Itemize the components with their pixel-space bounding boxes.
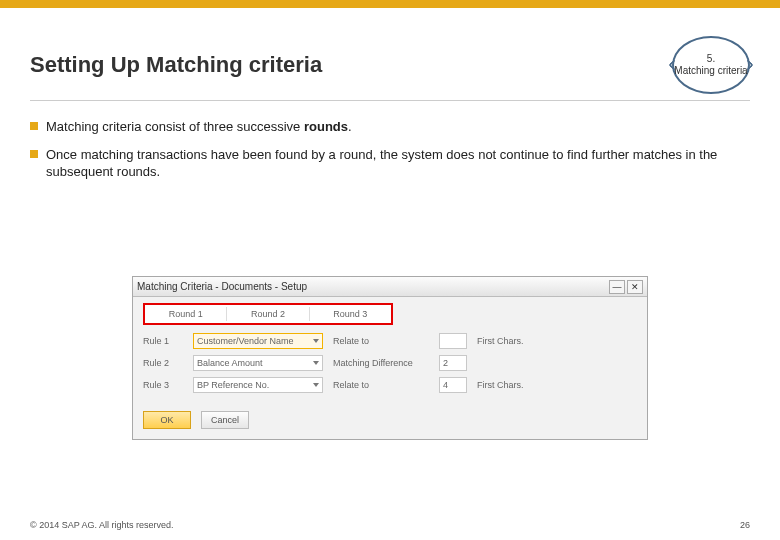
rule-label: Rule 2 xyxy=(143,358,183,368)
select-value: Customer/Vendor Name xyxy=(197,336,294,346)
tab-round-1[interactable]: Round 1 xyxy=(145,307,227,321)
close-button[interactable]: ✕ xyxy=(627,280,643,294)
page-number: 26 xyxy=(740,520,750,530)
rule3-select[interactable]: BP Reference No. xyxy=(193,377,323,393)
chevron-down-icon xyxy=(313,383,319,387)
select-value: Balance Amount xyxy=(197,358,263,368)
rule-mid-label: Matching Difference xyxy=(333,358,429,368)
header-divider xyxy=(30,100,750,101)
rule2-input[interactable]: 2 xyxy=(439,355,467,371)
tab-round-3[interactable]: Round 3 xyxy=(310,307,391,321)
brand-accent-bar xyxy=(0,0,780,8)
rule-mid-label: Relate to xyxy=(333,336,429,346)
bullet-text: Matching criteria consist of three succe… xyxy=(46,118,352,136)
matching-criteria-dialog: Matching Criteria - Documents - Setup — … xyxy=(132,276,648,440)
rule-trail: First Chars. xyxy=(477,380,524,390)
tab-round-2[interactable]: Round 2 xyxy=(227,307,309,321)
list-item: Once matching transactions have been fou… xyxy=(30,146,750,181)
rule-label: Rule 3 xyxy=(143,380,183,390)
rule-trail: First Chars. xyxy=(477,336,524,346)
copyright-text: © 2014 SAP AG. All rights reserved. xyxy=(30,520,174,530)
dialog-titlebar: Matching Criteria - Documents - Setup — … xyxy=(133,277,647,297)
dialog-buttons: OK Cancel xyxy=(143,411,637,429)
rule-row-2: Rule 2 Balance Amount Matching Differenc… xyxy=(143,355,637,371)
rule-label: Rule 1 xyxy=(143,336,183,346)
rule-row-3: Rule 3 BP Reference No. Relate to 4 Firs… xyxy=(143,377,637,393)
round-tabs-highlight: Round 1 Round 2 Round 3 xyxy=(143,303,393,325)
page-title: Setting Up Matching criteria xyxy=(30,52,322,78)
minimize-button[interactable]: — xyxy=(609,280,625,294)
bullet-list: Matching criteria consist of three succe… xyxy=(30,118,750,191)
rule2-select[interactable]: Balance Amount xyxy=(193,355,323,371)
badge-number: 5. xyxy=(707,53,715,65)
chevron-down-icon xyxy=(313,339,319,343)
rule1-select[interactable]: Customer/Vendor Name xyxy=(193,333,323,349)
chevron-down-icon xyxy=(313,361,319,365)
ok-button[interactable]: OK xyxy=(143,411,191,429)
list-item: Matching criteria consist of three succe… xyxy=(30,118,750,136)
badge-text: Matching criteria xyxy=(674,65,747,77)
rule1-input[interactable] xyxy=(439,333,467,349)
cancel-button[interactable]: Cancel xyxy=(201,411,249,429)
step-badge: 5. Matching criteria xyxy=(672,36,750,94)
select-value: BP Reference No. xyxy=(197,380,269,390)
dialog-title: Matching Criteria - Documents - Setup xyxy=(137,281,607,292)
rule-mid-label: Relate to xyxy=(333,380,429,390)
bullet-text: Once matching transactions have been fou… xyxy=(46,146,750,181)
slide-header: Setting Up Matching criteria 5. Matching… xyxy=(30,36,750,94)
bullet-icon xyxy=(30,122,38,130)
bullet-icon xyxy=(30,150,38,158)
slide-footer: © 2014 SAP AG. All rights reserved. 26 xyxy=(30,520,750,530)
rule3-input[interactable]: 4 xyxy=(439,377,467,393)
rule-row-1: Rule 1 Customer/Vendor Name Relate to Fi… xyxy=(143,333,637,349)
dialog-body: Round 1 Round 2 Round 3 Rule 1 Customer/… xyxy=(133,297,647,439)
